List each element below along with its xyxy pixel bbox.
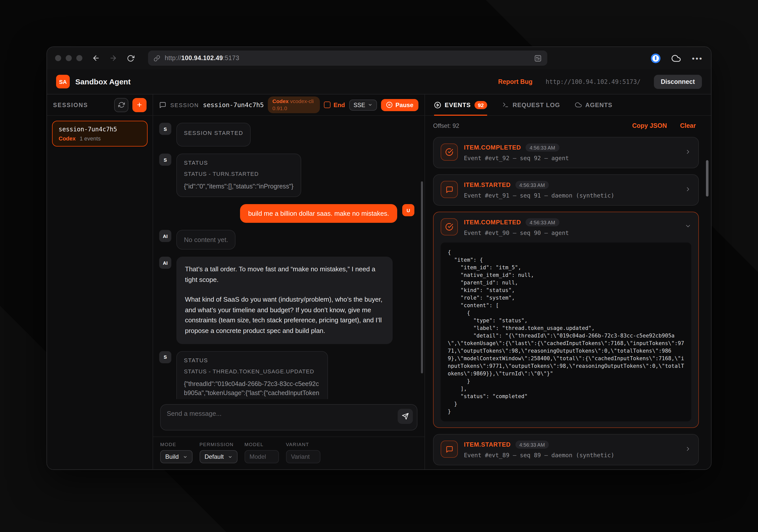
sessions-title: SESSIONS: [53, 102, 88, 108]
session-list-item[interactable]: session-7un4c7h5 Codex 1 events: [52, 121, 148, 147]
session-event-count: 1 events: [80, 135, 101, 142]
app-logo: SA: [56, 75, 70, 88]
onepassword-icon[interactable]: [651, 53, 661, 63]
refresh-sessions-button[interactable]: [114, 98, 128, 112]
clear-button[interactable]: Clear: [680, 122, 696, 129]
event-card[interactable]: ITEM.STARTED 4:56:33 AM Event #evt_91 — …: [433, 174, 699, 206]
browser-extensions: •••: [651, 53, 703, 63]
terminal-icon: [502, 102, 509, 108]
send-button[interactable]: [398, 409, 413, 424]
tab-events-label: EVENTS: [445, 101, 471, 108]
event-time: 4:56:33 AM: [526, 144, 559, 151]
event-type: ITEM.STARTED: [464, 182, 511, 188]
offset-label: Offset: 92: [433, 122, 459, 129]
refresh-button[interactable]: [126, 53, 135, 63]
tab-agents[interactable]: AGENTS: [575, 94, 612, 115]
events-scrollbar[interactable]: [706, 160, 708, 197]
tab-request-log[interactable]: REQUEST LOG: [502, 94, 560, 115]
system-avatar: S: [159, 351, 171, 363]
message-input[interactable]: [160, 404, 417, 430]
chevron-right-icon[interactable]: [685, 445, 691, 454]
variant-label: VARIANT: [286, 442, 320, 447]
system-avatar: S: [159, 153, 171, 166]
chevron-right-icon[interactable]: [685, 148, 691, 157]
message-list[interactable]: S SESSION STARTED S STATUS STATUS - TURN…: [153, 116, 425, 399]
back-button[interactable]: [91, 53, 101, 63]
pause-button[interactable]: Pause: [381, 99, 418, 111]
session-agent-badge: Codex: [59, 135, 76, 142]
session-header: SESSION session-7un4c7h5 Codex vcodex-cl…: [153, 94, 425, 116]
active-tab-indicator: [434, 115, 487, 116]
model-input[interactable]: [244, 450, 279, 463]
message-square-icon: [441, 441, 458, 458]
traffic-lights[interactable]: [55, 55, 82, 61]
event-type: ITEM.COMPLETED: [464, 219, 521, 226]
zoom-window-button[interactable]: [76, 55, 82, 61]
status-json: {"id":"0","items":[],"status":"inProgres…: [184, 182, 293, 191]
permission-label: PERMISSION: [199, 442, 237, 447]
events-list[interactable]: ITEM.COMPLETED 4:56:33 AM Event #evt_92 …: [425, 136, 711, 469]
permission-select[interactable]: Default: [199, 450, 237, 463]
event-card-expanded[interactable]: ITEM.COMPLETED 4:56:33 AM Event #evt_90 …: [433, 212, 699, 428]
ai-avatar: AI: [159, 230, 171, 242]
more-menu-icon[interactable]: •••: [692, 54, 703, 62]
new-session-button[interactable]: +: [132, 98, 147, 112]
agent-version-badge: Codex vcodex-cli 0.91.0: [268, 96, 320, 114]
event-meta: Event #evt_92 — seq 92 — agent: [464, 154, 679, 162]
chat-scrollbar[interactable]: [421, 182, 423, 373]
event-time: 4:56:33 AM: [515, 441, 549, 449]
copy-json-button[interactable]: Copy JSON: [632, 122, 667, 129]
session-controls: MODE Build PERMISSION Default: [153, 437, 425, 469]
cloud-icon[interactable]: [672, 53, 681, 63]
main-layout: SESSIONS + session-7un4c7h5 Codex 1 even…: [47, 94, 711, 469]
browser-window: http://100.94.102.49:5173 ••• SA Sandbox…: [47, 47, 711, 470]
system-message: S SESSION STARTED: [159, 123, 414, 147]
model-label: MODEL: [244, 442, 279, 447]
status-title: STATUS: [184, 357, 320, 363]
user-message-text: build me a billion dollar saas. make no …: [240, 204, 397, 223]
transport-select[interactable]: SSE: [349, 99, 377, 110]
event-json-payload: { "item": { "item_id": "itm_5", "native_…: [441, 243, 691, 421]
chevron-down-icon: [183, 454, 187, 459]
end-toggle[interactable]: End: [324, 101, 345, 108]
event-type: ITEM.STARTED: [464, 441, 511, 448]
status-json: {"threadId":"019c04ad-266b-72c3-83cc-c5e…: [184, 380, 320, 399]
pause-circle-icon: [386, 102, 393, 108]
chevron-down-icon: [228, 454, 232, 459]
app-header: SA Sandbox Agent Report Bug http://100.9…: [47, 69, 711, 94]
mode-value: Build: [165, 453, 179, 460]
browser-nav: [91, 53, 135, 63]
desktop: http://100.94.102.49:5173 ••• SA Sandbox…: [0, 0, 758, 532]
event-type: ITEM.COMPLETED: [464, 144, 521, 151]
status-title: STATUS: [184, 160, 293, 166]
url-host: 100.94.102.49: [181, 54, 223, 62]
event-card[interactable]: ITEM.STARTED 4:56:33 AM Event #evt_89 — …: [433, 434, 699, 465]
variant-input[interactable]: [286, 450, 320, 463]
agent-name: Codex: [272, 98, 289, 104]
reader-settings-icon[interactable]: [533, 53, 542, 63]
play-circle-icon: [434, 101, 441, 108]
event-card[interactable]: ITEM.COMPLETED 4:56:33 AM Event #evt_92 …: [433, 137, 699, 168]
event-time: 4:56:33 AM: [515, 181, 549, 189]
mode-select[interactable]: Build: [160, 450, 192, 463]
disconnect-button[interactable]: Disconnect: [654, 75, 702, 89]
minimize-window-button[interactable]: [66, 55, 72, 61]
ai-reply: That’s a tall order. To move fast and “m…: [176, 257, 393, 344]
forward-button[interactable]: [109, 53, 118, 63]
events-toolbar: Offset: 92 Copy JSON Clear: [425, 116, 711, 136]
address-bar[interactable]: http://100.94.102.49:5173: [148, 50, 547, 66]
tab-request-log-label: REQUEST LOG: [513, 101, 560, 108]
status-subtitle: STATUS - TURN.STARTED: [184, 171, 293, 177]
user-message: build me a billion dollar saas. make no …: [159, 204, 414, 223]
chevron-down-icon[interactable]: [685, 222, 691, 231]
end-checkbox[interactable]: [324, 102, 330, 108]
event-meta: Event #evt_90 — seq 90 — agent: [464, 229, 679, 236]
report-bug-link[interactable]: Report Bug: [498, 78, 533, 85]
ai-reply-paragraph: What kind of SaaS do you want (industry/…: [185, 294, 384, 336]
chevron-right-icon[interactable]: [685, 185, 691, 194]
status-subtitle: STATUS - THREAD.TOKEN_USAGE.UPDATED: [184, 368, 320, 374]
close-window-button[interactable]: [55, 55, 61, 61]
tab-events[interactable]: EVENTS 92: [434, 94, 487, 115]
permission-value: Default: [204, 453, 224, 460]
session-name: session-7un4c7h5: [59, 126, 141, 133]
